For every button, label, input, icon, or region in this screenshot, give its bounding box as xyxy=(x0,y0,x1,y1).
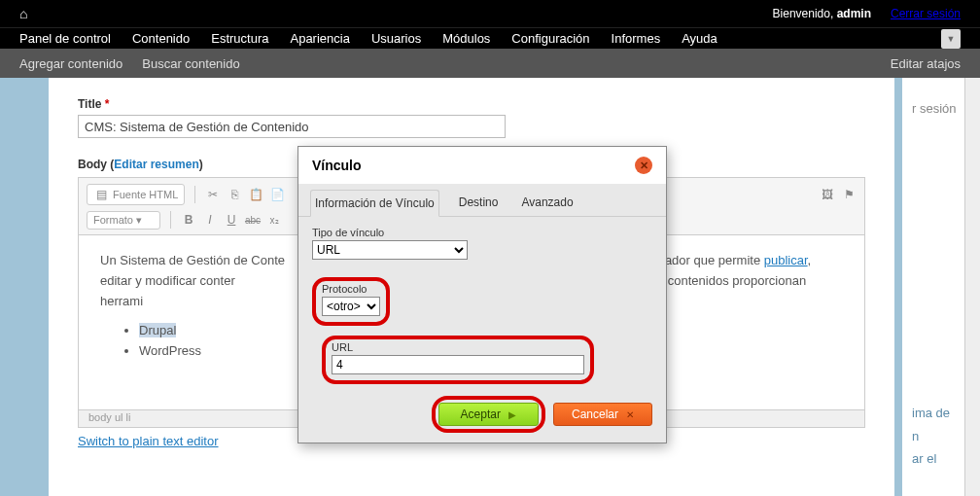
tab-destination[interactable]: Destino xyxy=(455,190,503,216)
menu-config[interactable]: Configuración xyxy=(511,31,589,46)
close-x-icon: ✕ xyxy=(626,409,634,420)
link-type-select[interactable]: URL xyxy=(312,240,468,260)
underline-icon[interactable]: U xyxy=(224,212,239,228)
dialog-footer: Aceptar▶ Cancelar✕ xyxy=(432,396,652,433)
add-content-link[interactable]: Agregar contenido xyxy=(19,56,122,71)
dialog-header: Vínculo ✕ xyxy=(298,147,666,184)
flag-icon[interactable]: ⚑ xyxy=(841,187,857,202)
url-input[interactable] xyxy=(332,355,584,374)
shortcuts-bar: Agregar contenido Buscar contenido Edita… xyxy=(0,49,980,78)
source-icon: ▤ xyxy=(93,187,109,202)
menu-help[interactable]: Ayuda xyxy=(682,31,718,46)
paste-text-icon[interactable]: 📄 xyxy=(269,187,285,202)
image-icon[interactable]: 🖼 xyxy=(820,187,835,202)
italic-icon[interactable]: I xyxy=(202,212,218,228)
menu-modules[interactable]: Módulos xyxy=(442,31,490,46)
admin-topbar: ⌂ Bienvenido, admin Cerrar sesión xyxy=(0,0,980,27)
paste-icon[interactable]: 📋 xyxy=(248,187,263,202)
protocol-label: Protocolo xyxy=(322,283,380,295)
menu-content[interactable]: Contenido xyxy=(132,31,190,46)
url-group-highlighted: URL xyxy=(322,336,594,384)
copy-icon[interactable]: ⎘ xyxy=(227,187,242,202)
tab-advanced[interactable]: Avanzado xyxy=(517,190,577,216)
link-dialog: Vínculo ✕ Información de Vínculo Destino… xyxy=(298,146,667,443)
cut-icon[interactable]: ✂ xyxy=(205,187,221,202)
bold-icon[interactable]: B xyxy=(181,212,196,228)
shortcut-dropdown-icon[interactable]: ▼ xyxy=(941,29,961,49)
admin-menubar: Panel de control Contenido Estructura Ap… xyxy=(0,27,980,49)
title-label: Title * xyxy=(78,97,865,111)
tab-link-info[interactable]: Información de Vínculo xyxy=(310,190,439,217)
menu-structure[interactable]: Estructura xyxy=(211,31,268,46)
menu-panel[interactable]: Panel de control xyxy=(19,31,111,46)
menu-appearance[interactable]: Apariencia xyxy=(290,31,349,46)
logout-link[interactable]: Cerrar sesión xyxy=(891,7,961,20)
accept-highlighted: Aceptar▶ xyxy=(432,396,545,433)
source-button[interactable]: ▤Fuente HTML xyxy=(87,184,185,205)
home-icon[interactable]: ⌂ xyxy=(19,6,27,21)
menu-users[interactable]: Usuarios xyxy=(371,31,421,46)
scrollbar[interactable] xyxy=(964,78,980,496)
edit-shortcuts-link[interactable]: Editar atajos xyxy=(891,56,961,71)
link-type-label: Tipo de vínculo xyxy=(312,227,652,238)
format-select[interactable]: Formato ▾ xyxy=(87,211,160,230)
dialog-tabs: Información de Vínculo Destino Avanzado xyxy=(298,184,666,217)
welcome-text: Bienvenido, admin xyxy=(773,7,871,20)
search-content-link[interactable]: Buscar contenido xyxy=(142,56,239,71)
dialog-body: Tipo de vínculo URL Protocolo <otro> URL… xyxy=(298,217,666,443)
close-icon[interactable]: ✕ xyxy=(635,157,652,174)
url-label: URL xyxy=(332,341,584,353)
protocol-group-highlighted: Protocolo <otro> xyxy=(312,277,390,326)
menu-reports[interactable]: Informes xyxy=(612,31,661,46)
cancel-button[interactable]: Cancelar✕ xyxy=(553,403,652,426)
strike-icon[interactable]: abc xyxy=(245,212,261,228)
accept-button[interactable]: Aceptar▶ xyxy=(438,403,539,426)
edit-summary-link[interactable]: Editar resumen xyxy=(114,158,198,171)
subscript-icon[interactable]: x₂ xyxy=(266,212,282,228)
dialog-title: Vínculo xyxy=(312,158,362,173)
chevron-right-icon: ▶ xyxy=(508,409,516,420)
title-input[interactable] xyxy=(78,115,506,138)
protocol-select[interactable]: <otro> xyxy=(322,297,380,316)
